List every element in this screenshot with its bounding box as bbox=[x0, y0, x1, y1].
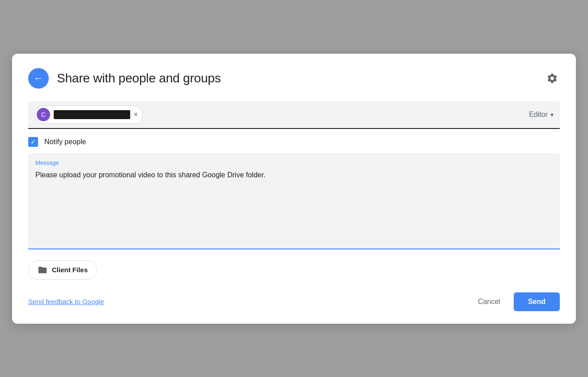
footer: Send feedback to Google Cancel Send bbox=[28, 292, 560, 311]
recipients-row: C ████████████████ × Editor ▾ bbox=[28, 101, 560, 129]
message-text: Please upload your promotional video to … bbox=[35, 170, 553, 241]
chip-remove-button[interactable]: × bbox=[134, 111, 138, 118]
settings-button[interactable] bbox=[545, 71, 560, 86]
message-area[interactable]: Message Please upload your promotional v… bbox=[28, 153, 560, 249]
back-button[interactable]: ← bbox=[28, 68, 49, 89]
folder-chip[interactable]: Client Files bbox=[28, 260, 97, 280]
close-icon: × bbox=[134, 111, 138, 118]
header-left: ← Share with people and groups bbox=[28, 68, 221, 89]
editor-label: Editor bbox=[529, 111, 548, 119]
send-button[interactable]: Send bbox=[514, 292, 560, 311]
share-dialog: ← Share with people and groups C ███████… bbox=[12, 54, 576, 324]
recipient-name: ████████████████ bbox=[54, 110, 130, 119]
folder-icon bbox=[38, 265, 47, 275]
editor-dropdown[interactable]: Editor ▾ bbox=[529, 111, 554, 119]
avatar: C bbox=[37, 108, 50, 121]
dialog-title: Share with people and groups bbox=[57, 71, 221, 86]
back-arrow-icon: ← bbox=[34, 73, 43, 83]
feedback-link[interactable]: Send feedback to Google bbox=[28, 298, 104, 305]
gear-icon bbox=[546, 73, 558, 84]
footer-buttons: Cancel Send bbox=[471, 292, 560, 311]
recipient-chip: C ████████████████ × bbox=[34, 106, 143, 124]
message-label: Message bbox=[35, 159, 553, 166]
notify-checkbox[interactable]: ✓ bbox=[28, 137, 38, 147]
notify-label: Notify people bbox=[44, 138, 86, 146]
dialog-header: ← Share with people and groups bbox=[28, 68, 560, 89]
cancel-button[interactable]: Cancel bbox=[471, 293, 507, 310]
checkmark-icon: ✓ bbox=[30, 138, 36, 145]
folder-label: Client Files bbox=[52, 266, 88, 274]
chevron-down-icon: ▾ bbox=[550, 111, 554, 118]
notify-row: ✓ Notify people bbox=[28, 129, 560, 153]
